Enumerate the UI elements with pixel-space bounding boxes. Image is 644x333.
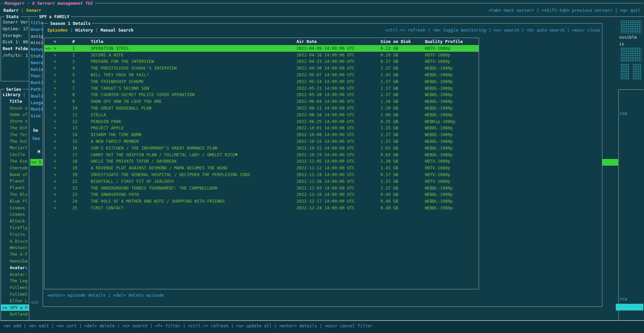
seasons-box-title-fragment: Se: [33, 127, 38, 134]
series-list-item[interactable]: The Exo: [1, 158, 29, 165]
episode-row[interactable]: ✎ 6 THE FRIENDSHIP SCHEME 2022-05-14 14:…: [44, 78, 479, 85]
series-list-item[interactable]: => SPY x F: [1, 304, 29, 311]
series-list-item[interactable]: Moriart: [1, 144, 29, 151]
tab-episodes[interactable]: Episodes: [47, 28, 68, 33]
col-size: Size on Disk: [380, 38, 411, 45]
series-list-item[interactable]: Fruits: [1, 231, 29, 238]
episode-row[interactable]: ✎ 5 WILL THEY PASS OR FAIL? 2022-05-07 1…: [44, 72, 479, 78]
pencil-icon: ✎: [54, 98, 56, 105]
episode-number: 13: [72, 125, 77, 131]
episode-row[interactable]: ✎ 25 FIRST CONTACT 2022-12-24 14:00:00 U…: [44, 205, 479, 211]
episode-number: 7: [72, 85, 75, 92]
season-details-modal-title: Season 1 Details: [48, 20, 92, 27]
series-list-item[interactable]: The Out: [1, 138, 29, 145]
episode-row[interactable]: ✎ 18 UNCLE THE PRIVATE TUTOR / DAYBREAK …: [44, 158, 479, 165]
series-list-item[interactable]: Cosmos: [1, 211, 29, 218]
episode-title: WILL THEY PASS OR FAIL?: [91, 72, 149, 78]
series-list-item[interactable]: The Ter: [1, 131, 29, 138]
episode-quality: WEBRip-1080p: [425, 118, 455, 125]
episode-air-date: 2022-04-23 14:00:00 UTC: [296, 58, 355, 65]
episode-row[interactable]: ✎ 15 A NEW FAMILY MEMBER 2022-10-15 14:0…: [44, 138, 479, 145]
episode-row[interactable]: => ✎ 1 OPERATION STRIX 2022-04-09 14:00:…: [44, 45, 479, 52]
series-list-item[interactable]: A Disco: [1, 238, 29, 245]
episode-title: THE UNWAVERING PATH: [91, 191, 139, 198]
pencil-icon: ✎: [54, 158, 56, 165]
pencil-icon: ✎: [54, 138, 56, 145]
series-list-item[interactable]: Westwor: [1, 244, 29, 251]
pencil-icon: ✎: [54, 152, 56, 158]
episode-size: 1.37 GB: [380, 178, 398, 185]
episode-row[interactable]: ✎ 17 CARRY OUT THE GRIFFIN PLAN / FULLME…: [44, 152, 479, 158]
bottom-bar: <a> add | <e> edit | <o> sort | <del> de…: [0, 321, 644, 333]
episode-number: 9: [72, 98, 75, 105]
pencil-icon: ✎: [54, 91, 56, 98]
series-list-item[interactable]: The Enf: [1, 125, 29, 131]
series-list-item[interactable]: Avatar:: [1, 271, 29, 278]
episode-row[interactable]: ✎ 2 SECURE A WIFE 2022-04-16 14:00:00 UT…: [44, 52, 479, 58]
episode-quality: WEBDL-1080p: [425, 205, 453, 211]
episode-row[interactable]: ✎ 9 SHOW OFF HOW IN LOVE YOU ARE 2022-06…: [44, 98, 479, 105]
right-text-fragment: rca: [619, 296, 627, 302]
episode-row[interactable]: ✎ 3 PREPARE FOR THE INTERVIEW 2022-04-23…: [44, 58, 479, 65]
series-list-item[interactable]: Avatar:: [1, 264, 29, 271]
series-list-item[interactable]: The Blu: [1, 191, 29, 198]
series-list-item[interactable]: Band of: [1, 171, 29, 178]
tab-history[interactable]: History: [75, 28, 93, 33]
series-list-item[interactable]: Planet: [1, 178, 29, 184]
series-list-item[interactable]: Elfen L: [1, 298, 29, 304]
episode-air-date: 2022-10-29 14:00:00 UTC: [296, 152, 355, 158]
series-list-item[interactable]: Fullmet: [1, 291, 29, 298]
episode-row[interactable]: ✎ 4 THE PRESTIGIOUS SCHOOL'S INTERVIEW 2…: [44, 65, 479, 72]
episode-title: INVESTIGATE THE GENERAL HOSPITAL / DECIP…: [91, 171, 250, 178]
episode-row[interactable]: ✎ 8 THE COUNTER-SECRET POLICE COVER OPER…: [44, 91, 479, 98]
episode-row[interactable]: ✎ 21 NIGHTFALL / FIRST FIT OF JEALOUSY 2…: [44, 178, 479, 185]
tab-sonarr[interactable]: Sonarr: [26, 8, 41, 13]
series-list-item[interactable]: The X-F: [1, 251, 29, 258]
episode-row[interactable]: ✎ 12 PENGUIN PARK 2022-06-25 14:00:00 UT…: [44, 118, 479, 125]
series-list-item[interactable]: Cosmos: [1, 205, 29, 211]
series-title: Avatar:: [10, 265, 28, 270]
episode-row[interactable]: ✎ 11 STELLA 2022-06-18 14:00:00 UTC 1.00…: [44, 112, 479, 118]
series-list-item[interactable]: The Leg: [1, 278, 29, 284]
series-list-item[interactable]: Blue Pl: [1, 198, 29, 205]
tab-radarr[interactable]: Radarr: [3, 8, 18, 13]
series-list-item[interactable]: Chernob: [1, 165, 29, 171]
episode-air-date: 2022-05-28 14:00:00 UTC: [296, 91, 355, 98]
series-list-item[interactable]: Firefly: [1, 224, 29, 231]
episode-row[interactable]: ✎ 23 THE UNWAVERING PATH 2022-12-10 14:0…: [44, 191, 479, 198]
episode-air-date: 2022-04-30 14:00:00 UTC: [296, 65, 355, 72]
episode-row[interactable]: ✎ 20 INVESTIGATE THE GENERAL HOSPITAL / …: [44, 171, 479, 178]
episode-quality: WEBDL-1080p: [425, 78, 453, 85]
series-list-item[interactable]: Storm o: [1, 118, 29, 125]
series-list-item[interactable]: Game of: [1, 111, 29, 118]
episode-title: CARRY OUT THE GRIFFIN PLAN / FULLMETAL L…: [91, 152, 238, 158]
series-list-item[interactable]: Outland: [1, 311, 29, 318]
poster-dot-block: [620, 47, 641, 61]
pencil-icon: ✎: [54, 112, 56, 118]
series-list-item[interactable]: House o: [1, 105, 29, 112]
pencil-icon: ✎: [54, 205, 56, 211]
episode-number: 24: [72, 198, 77, 205]
series-list-item[interactable]: Fullmet: [1, 284, 29, 291]
episode-row[interactable]: ✎ 16 YOR'S KITCHEN / THE INFORMANT'S GRE…: [44, 145, 479, 152]
stats-line: /nfs/tv: 1: [1, 52, 29, 59]
detail-field-fragment: Genre: [31, 59, 43, 66]
tab-manual-search[interactable]: Manual Search: [100, 28, 133, 33]
episode-row[interactable]: ✎ 10 THE GREAT DODGEBALL PLAN 2022-06-11…: [44, 105, 479, 112]
series-list-item[interactable]: Hanniba: [1, 258, 29, 264]
episode-row[interactable]: ✎ 24 THE ROLE OF A MOTHER AND WIFE / SHO…: [44, 198, 479, 205]
episode-quality: HDTV-1080p: [425, 178, 450, 185]
overview-tail-fragment: ossible: [619, 34, 637, 41]
series-list-item[interactable]: Castle: [1, 151, 29, 158]
episode-row[interactable]: ✎ 7 THE TARGET'S SECOND SON 2022-05-21 1…: [44, 85, 479, 92]
episode-title: THE FRIENDSHIP SCHEME: [91, 78, 144, 85]
series-title: Castle: [10, 152, 25, 157]
episode-row[interactable]: ✎ 19 A REVENGE PLOT AGAINST DESMOND / MA…: [44, 165, 479, 171]
episode-row[interactable]: ✎ 13 PROJECT APPLE 2022-10-01 14:00:00 U…: [44, 125, 479, 131]
episode-row[interactable]: ✎ 22 THE UNDERGROUND TENNIS TOURNAMENT: …: [44, 185, 479, 192]
detail-field-fragment: Path:: [31, 86, 43, 93]
episode-title: A REVENGE PLOT AGAINST DESMOND / MAMA BE…: [91, 165, 227, 171]
series-list-item[interactable]: Planet: [1, 184, 29, 191]
episode-row[interactable]: ✎ 14 DISARM THE TIME BOMB 2022-10-08 14:…: [44, 131, 479, 138]
series-list-item[interactable]: Attack: [1, 218, 29, 224]
